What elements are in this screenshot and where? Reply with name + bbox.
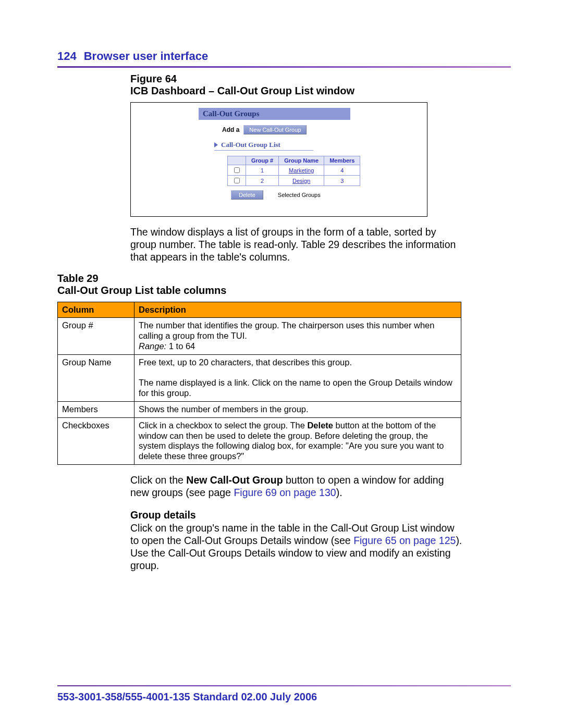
cell-col: Checkboxes (58, 417, 134, 464)
paragraph: Click on the group's name in the table i… (130, 522, 464, 572)
page-header: 124 Browser user interface (57, 50, 511, 63)
row-checkbox[interactable] (234, 178, 240, 183)
cell-desc: Click in a checkbox to select the group.… (134, 417, 461, 464)
footer-text: 553-3001-358/555-4001-135 Standard 02.00… (57, 691, 317, 703)
cell-members: 3 (324, 176, 360, 186)
cell-members: 4 (324, 165, 360, 176)
delete-button[interactable]: Delete (231, 190, 263, 200)
figure-title: ICB Dashboard – Call-Out Group List wind… (130, 85, 464, 97)
sub-heading: Group details (130, 509, 464, 521)
panel-title: Call-Out Groups (199, 108, 350, 120)
figure-screenshot: Call-Out Groups Add a New Call-Out Group… (130, 102, 427, 217)
add-label: Add a (222, 126, 239, 133)
table-label: Table 29 (57, 273, 464, 285)
footer-rule (57, 685, 511, 686)
selected-groups-label: Selected Groups (278, 192, 321, 198)
group-name-link[interactable]: Design (279, 176, 324, 186)
table-row: Group Name Free text, up to 20 character… (58, 354, 461, 401)
description-table: Column Description Group # The number th… (57, 302, 461, 465)
group-list-table: Group # Group Name Members 1 Marketing 4… (227, 156, 360, 186)
xref-link[interactable]: Figure 69 on page 130 (234, 487, 336, 498)
paragraph: The window displays a list of groups in … (130, 226, 464, 263)
table-row: Group # The number that identifies the g… (58, 318, 461, 354)
cell-col: Group Name (58, 354, 134, 401)
xref-link[interactable]: Figure 65 on page 125 (353, 535, 456, 546)
th-description: Description (134, 302, 461, 318)
table-row: Members Shows the number of members in t… (58, 401, 461, 417)
triangle-icon (214, 142, 218, 147)
cell-num: 1 (246, 165, 279, 176)
col-group-num: Group # (246, 156, 279, 165)
col-members: Members (324, 156, 360, 165)
figure-label: Figure 64 (130, 73, 464, 85)
paragraph: Click on the New Call-Out Group button t… (130, 474, 464, 499)
th-column: Column (58, 302, 134, 318)
row-checkbox[interactable] (234, 167, 240, 173)
list-title: Call-Out Group List (221, 141, 280, 149)
table-title: Call-Out Group List table columns (57, 285, 464, 297)
table-row: Checkboxes Click in a checkbox to select… (58, 417, 461, 464)
col-group-name: Group Name (279, 156, 324, 165)
table-row: 2 Design 3 (228, 176, 360, 186)
cell-desc: The number that identifies the group. Th… (134, 318, 461, 354)
page-number: 124 (57, 50, 77, 63)
cell-desc: Free text, up to 20 characters, that des… (134, 354, 461, 401)
cell-col: Group # (58, 318, 134, 354)
header-rule (57, 66, 511, 68)
cell-num: 2 (246, 176, 279, 186)
cell-col: Members (58, 401, 134, 417)
cell-desc: Shows the number of members in the group… (134, 401, 461, 417)
col-checkbox (228, 156, 246, 165)
chapter-title: Browser user interface (84, 50, 208, 63)
group-name-link[interactable]: Marketing (279, 165, 324, 176)
new-callout-group-button[interactable]: New Call-Out Group (243, 125, 307, 134)
table-row: 1 Marketing 4 (228, 165, 360, 176)
